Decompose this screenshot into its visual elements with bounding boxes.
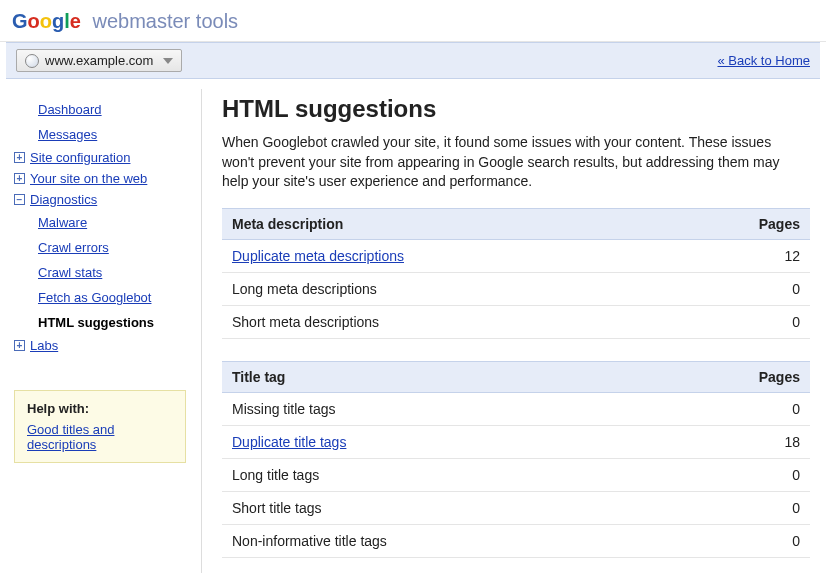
sidebar-item-diagnostics[interactable]: Diagnostics bbox=[30, 192, 97, 207]
help-box-title: Help with: bbox=[27, 401, 173, 416]
product-name: webmaster tools bbox=[92, 10, 238, 32]
table-row: Short meta descriptions0 bbox=[222, 305, 810, 338]
toolbar: www.example.com « Back to Home bbox=[6, 42, 820, 79]
row-count: 0 bbox=[668, 305, 810, 338]
meta-description-table: Meta description Pages Duplicate meta de… bbox=[222, 208, 810, 339]
row-label: Short title tags bbox=[222, 491, 657, 524]
row-label: Long title tags bbox=[222, 458, 657, 491]
sidebar-item-crawl-stats[interactable]: Crawl stats bbox=[38, 265, 102, 280]
site-selector[interactable]: www.example.com bbox=[16, 49, 182, 72]
expand-icon[interactable]: + bbox=[14, 152, 25, 163]
sidebar-item-label: HTML suggestions bbox=[38, 315, 154, 330]
row-label: Missing title tags bbox=[222, 392, 657, 425]
table-row: Duplicate title tags18 bbox=[222, 425, 810, 458]
sidebar-item-your-site-on-web[interactable]: Your site on the web bbox=[30, 171, 147, 186]
row-label: Non-informative title tags bbox=[222, 524, 657, 557]
sidebar-item-site-configuration[interactable]: Site configuration bbox=[30, 150, 130, 165]
help-link-good-titles[interactable]: Good titles and descriptions bbox=[27, 422, 114, 452]
row-label: Long meta descriptions bbox=[222, 272, 668, 305]
expand-icon[interactable]: + bbox=[14, 340, 25, 351]
row-count: 18 bbox=[657, 425, 810, 458]
table-row: Long title tags0 bbox=[222, 458, 810, 491]
title-tag-table: Title tag Pages Missing title tags0Dupli… bbox=[222, 361, 810, 558]
col-header-label: Meta description bbox=[222, 208, 668, 239]
row-count: 0 bbox=[657, 392, 810, 425]
sidebar-item-messages[interactable]: Messages bbox=[38, 127, 97, 142]
col-header-label: Title tag bbox=[222, 361, 657, 392]
collapse-icon[interactable]: − bbox=[14, 194, 25, 205]
table-row: Missing title tags0 bbox=[222, 392, 810, 425]
table-row: Long meta descriptions0 bbox=[222, 272, 810, 305]
header: Google webmaster tools bbox=[0, 0, 826, 42]
row-count: 0 bbox=[657, 458, 810, 491]
row-link[interactable]: Duplicate title tags bbox=[232, 434, 346, 450]
help-box: Help with: Good titles and descriptions bbox=[14, 390, 186, 463]
sidebar-item-html-suggestions[interactable]: HTML suggestions bbox=[38, 310, 189, 335]
col-header-pages: Pages bbox=[668, 208, 810, 239]
chevron-down-icon bbox=[163, 58, 173, 64]
row-link[interactable]: Duplicate meta descriptions bbox=[232, 248, 404, 264]
sidebar: Dashboard Messages + Site configuration … bbox=[6, 89, 202, 573]
row-label: Short meta descriptions bbox=[222, 305, 668, 338]
table-row: Short title tags0 bbox=[222, 491, 810, 524]
sidebar-item-dashboard[interactable]: Dashboard bbox=[38, 102, 102, 117]
table-row: Duplicate meta descriptions12 bbox=[222, 239, 810, 272]
col-header-pages: Pages bbox=[657, 361, 810, 392]
sidebar-item-labs[interactable]: Labs bbox=[30, 338, 58, 353]
row-count: 0 bbox=[668, 272, 810, 305]
back-to-home-link[interactable]: « Back to Home bbox=[718, 53, 811, 68]
google-logo: Google bbox=[12, 10, 86, 32]
main-content: HTML suggestions When Googlebot crawled … bbox=[202, 89, 820, 573]
expand-icon[interactable]: + bbox=[14, 173, 25, 184]
sidebar-item-fetch-as-googlebot[interactable]: Fetch as Googlebot bbox=[38, 290, 151, 305]
row-count: 0 bbox=[657, 524, 810, 557]
sidebar-item-malware[interactable]: Malware bbox=[38, 215, 87, 230]
table-row: Non-informative title tags0 bbox=[222, 524, 810, 557]
row-count: 12 bbox=[668, 239, 810, 272]
page-title: HTML suggestions bbox=[222, 95, 810, 123]
site-selector-label: www.example.com bbox=[45, 53, 153, 68]
globe-icon bbox=[25, 54, 39, 68]
page-intro: When Googlebot crawled your site, it fou… bbox=[222, 133, 802, 192]
sidebar-item-crawl-errors[interactable]: Crawl errors bbox=[38, 240, 109, 255]
row-count: 0 bbox=[657, 491, 810, 524]
